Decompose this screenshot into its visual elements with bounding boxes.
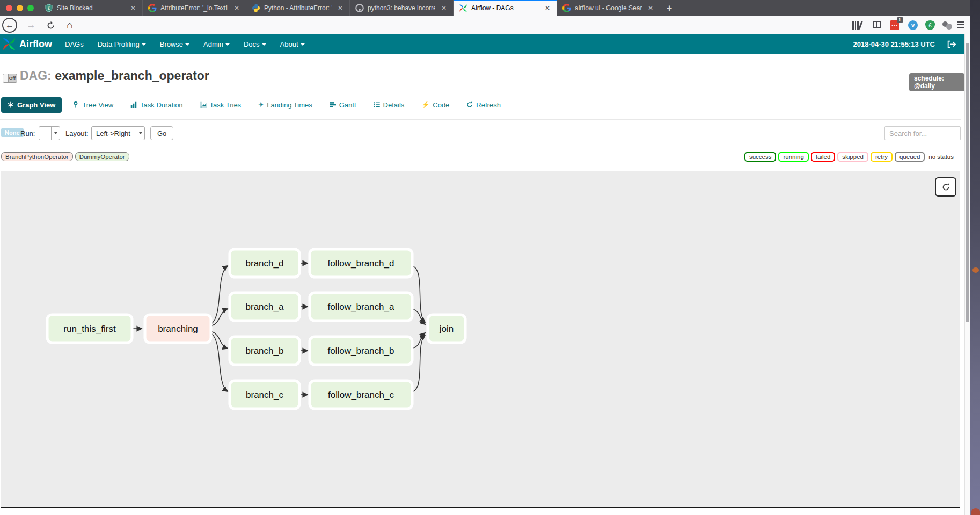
- browser-tab-3[interactable]: Python - AttributeError: '_io.Te✕: [246, 0, 349, 16]
- svg-text:£: £: [48, 6, 50, 11]
- python-favicon: [252, 4, 260, 12]
- shield-favicon: £: [45, 4, 53, 12]
- task-node-follow_branch_d[interactable]: follow_branch_d: [310, 249, 412, 277]
- vertical-scrollbar[interactable]: [964, 34, 970, 515]
- operator-badge: DummyOperator: [75, 152, 129, 161]
- toggle-label: Off: [9, 76, 16, 81]
- zoom-window-button[interactable]: [27, 5, 34, 11]
- utc-clock: 2018-04-30 21:55:13 UTC: [853, 40, 935, 48]
- extension-icon[interactable]: ••• 1: [890, 20, 899, 30]
- reload-button[interactable]: [43, 18, 58, 33]
- tab-refresh[interactable]: Refresh: [460, 97, 507, 113]
- layout-select[interactable]: Left->Right: [91, 126, 145, 140]
- sidebar-icon[interactable]: [873, 20, 882, 30]
- run-select[interactable]: [39, 126, 60, 140]
- home-button[interactable]: ⌂: [62, 18, 77, 33]
- operator-legend: BranchPythonOperatorDummyOperator: [1, 152, 129, 161]
- edge-branching-to-branch_d: [211, 266, 228, 324]
- library-icon[interactable]: [852, 20, 862, 30]
- nav-item-about[interactable]: About: [280, 40, 305, 48]
- tab-close-icon[interactable]: ✕: [335, 3, 345, 13]
- view-tabs: Graph ViewTree ViewTask DurationTask Tri…: [1, 97, 511, 113]
- macos-traffic-lights[interactable]: [0, 0, 39, 16]
- tab-title: Airflow - DAGs: [471, 4, 539, 12]
- airflow-favicon: [459, 4, 467, 12]
- tab-close-icon[interactable]: ✕: [439, 3, 449, 13]
- task-search-input[interactable]: Search for...: [884, 126, 961, 140]
- tab-details[interactable]: Details: [367, 97, 411, 113]
- status-badge-success: success: [744, 152, 777, 162]
- airflow-logo-icon: [2, 37, 16, 51]
- forward-button[interactable]: →: [24, 18, 39, 33]
- tab-task-tries[interactable]: Task Tries: [194, 97, 248, 113]
- task-node-branch_c[interactable]: branch_c: [230, 381, 299, 409]
- extension-v-icon[interactable]: v: [908, 20, 918, 30]
- browser-tab-1[interactable]: £Site Blocked✕: [39, 0, 142, 16]
- task-label: branch_b: [246, 346, 284, 356]
- chevron-down-icon: [301, 43, 305, 46]
- tab-landing-times[interactable]: ✈Landing Times: [252, 97, 319, 113]
- back-button[interactable]: ←: [2, 18, 17, 33]
- nav-item-admin[interactable]: Admin: [203, 40, 230, 48]
- chevron-down-icon: [142, 43, 146, 46]
- dag-graph-canvas[interactable]: run_this_firstbranchingbranch_dfollow_br…: [1, 171, 960, 508]
- logout-icon[interactable]: [947, 40, 956, 49]
- tab-code[interactable]: ⚡Code: [415, 97, 456, 113]
- task-node-branching[interactable]: branching: [145, 315, 211, 343]
- page-title: DAG: example_branch_operator: [20, 69, 209, 83]
- chevron-down-icon: [262, 43, 266, 46]
- task-node-branch_b[interactable]: branch_b: [230, 337, 299, 365]
- tab-gantt[interactable]: Gantt: [323, 97, 363, 113]
- task-node-follow_branch_c[interactable]: follow_branch_c: [310, 381, 412, 409]
- task-label: branch_d: [246, 258, 284, 269]
- gantt-icon: [330, 101, 336, 108]
- go-button[interactable]: Go: [150, 126, 173, 140]
- edge-branching-to-branch_a: [211, 309, 228, 326]
- task-node-branch_d[interactable]: branch_d: [230, 249, 299, 277]
- operator-badge: BranchPythonOperator: [1, 152, 73, 161]
- code-icon: ⚡: [421, 101, 429, 108]
- task-node-run_this_first[interactable]: run_this_first: [47, 315, 132, 343]
- tab-close-icon[interactable]: ✕: [128, 3, 138, 13]
- task-label: follow_branch_a: [328, 302, 394, 312]
- graph-controls: None Run: Layout: Left->Right Go Search …: [0, 126, 964, 142]
- shield-extension-icon[interactable]: £: [925, 20, 935, 30]
- dag-pause-toggle[interactable]: Off: [3, 74, 17, 83]
- tab-task-duration[interactable]: Task Duration: [124, 97, 189, 113]
- scrollbar-thumb[interactable]: [966, 43, 969, 322]
- github-favicon: [355, 4, 364, 12]
- nav-item-docs[interactable]: Docs: [244, 40, 266, 48]
- spheres-extension-icon[interactable]: [942, 20, 952, 30]
- airflow-brand[interactable]: Airflow: [19, 39, 52, 50]
- landing-times-icon: ✈: [258, 101, 264, 108]
- task-node-join[interactable]: join: [428, 315, 465, 343]
- task-label: run_this_first: [63, 324, 116, 334]
- browser-tab-2[interactable]: AttributeError: '_io.TextIOWrapp✕: [142, 0, 246, 16]
- browser-tab-6[interactable]: airflow ui - Google Search✕: [557, 0, 660, 16]
- tab-close-icon[interactable]: ✕: [646, 3, 655, 13]
- task-node-follow_branch_a[interactable]: follow_branch_a: [310, 293, 412, 321]
- desktop-wallpaper-detail: [971, 508, 980, 515]
- nav-item-data-profiling[interactable]: Data Profiling: [98, 40, 146, 48]
- minimize-window-button[interactable]: [17, 5, 23, 11]
- status-badge-running: running: [778, 152, 808, 162]
- task-node-follow_branch_b[interactable]: follow_branch_b: [310, 337, 412, 365]
- browser-tab-5[interactable]: Airflow - DAGs✕: [453, 0, 557, 16]
- task-node-branch_a[interactable]: branch_a: [230, 293, 299, 321]
- browser-tab-bar: £Site Blocked✕AttributeError: '_io.TextI…: [0, 0, 970, 16]
- nav-item-dags[interactable]: DAGs: [65, 40, 84, 48]
- extension-badge: 1: [897, 17, 903, 23]
- nav-item-browse[interactable]: Browse: [160, 40, 189, 48]
- browser-tab-4[interactable]: python3: behave incorrectly mo✕: [349, 0, 453, 16]
- edge-branching-to-branch_b: [211, 331, 228, 349]
- tab-close-icon[interactable]: ✕: [232, 3, 242, 13]
- tab-close-icon[interactable]: ✕: [543, 3, 552, 13]
- close-window-button[interactable]: [6, 5, 12, 11]
- google-favicon: [148, 4, 157, 12]
- task-label: branch_c: [246, 390, 283, 400]
- chevron-down-icon: [225, 43, 230, 46]
- tab-graph-view[interactable]: Graph View: [1, 97, 62, 113]
- tab-tree-view[interactable]: Tree View: [66, 97, 120, 113]
- canvas-refresh-button[interactable]: [935, 177, 956, 197]
- new-tab-button[interactable]: +: [660, 0, 678, 16]
